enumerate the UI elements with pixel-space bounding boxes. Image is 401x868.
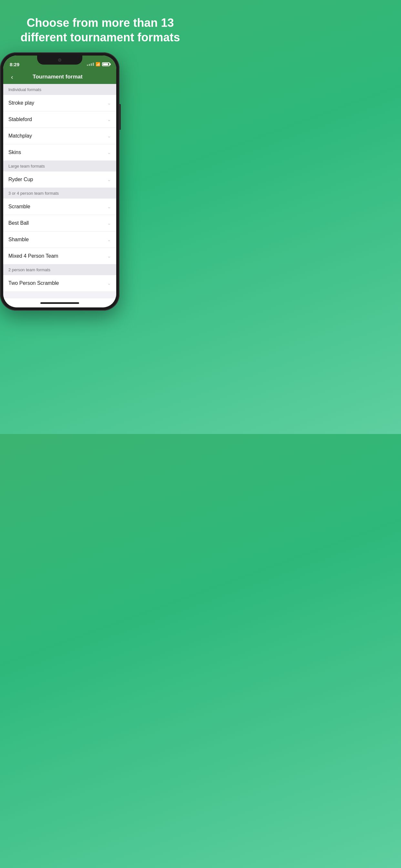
signal-icon	[87, 63, 94, 66]
section-header-large-team: Large team formats	[3, 160, 116, 172]
list-item-stableford[interactable]: Stableford ⌄	[3, 112, 116, 128]
nav-title: Tournament format	[16, 73, 99, 80]
home-indicator	[3, 299, 116, 307]
list-item-label-stableford: Stableford	[8, 117, 32, 122]
chevron-down-icon: ⌄	[107, 150, 111, 155]
chevron-down-icon: ⌄	[107, 237, 111, 242]
list-item-mixed-4-person[interactable]: Mixed 4 Person Team ⌄	[3, 248, 116, 264]
list-item-label-best-ball: Best Ball	[8, 220, 29, 226]
list-item-best-ball[interactable]: Best Ball ⌄	[3, 215, 116, 231]
section-label-individual: Individual formats	[8, 87, 41, 92]
status-icons: 📶	[87, 62, 110, 66]
page-title: Choose from more than 13 different tourn…	[10, 16, 191, 44]
chevron-down-icon: ⌄	[107, 253, 111, 259]
list-group-2-person: Two Person Scramble ⌄	[3, 275, 116, 291]
list-group-3or4-person: Scramble ⌄ Best Ball ⌄ Shamble ⌄ Mixed 4…	[3, 198, 116, 264]
page-wrapper: Choose from more than 13 different tourn…	[0, 0, 201, 311]
battery-fill	[103, 63, 108, 65]
chevron-down-icon: ⌄	[107, 221, 111, 226]
chevron-down-icon: ⌄	[107, 117, 111, 122]
home-bar	[40, 302, 79, 304]
section-label-2-person: 2 person team formats	[8, 268, 50, 272]
wifi-icon: 📶	[96, 62, 100, 66]
list-item-two-person-scramble[interactable]: Two Person Scramble ⌄	[3, 275, 116, 291]
section-header-individual: Individual formats	[3, 84, 116, 95]
page-header: Choose from more than 13 different tourn…	[0, 0, 201, 52]
phone-screen: 8:29 📶 ‹ Tournament form	[3, 56, 116, 307]
list-item-label-two-person-scramble: Two Person Scramble	[8, 280, 59, 286]
chevron-down-icon: ⌄	[107, 177, 111, 182]
chevron-down-icon: ⌄	[107, 133, 111, 138]
list-item-label-stroke-play: Stroke play	[8, 100, 34, 106]
chevron-down-icon: ⌄	[107, 100, 111, 105]
list-item-stroke-play[interactable]: Stroke play ⌄	[3, 95, 116, 112]
power-button	[120, 104, 121, 130]
section-label-large-team: Large team formats	[8, 164, 45, 168]
chevron-down-icon: ⌄	[107, 204, 111, 209]
back-button[interactable]: ‹	[8, 72, 16, 82]
status-time: 8:29	[10, 62, 19, 67]
list-item-label-scramble: Scramble	[8, 204, 30, 210]
list-item-ryder-cup[interactable]: Ryder Cup ⌄	[3, 172, 116, 188]
notch-camera	[58, 58, 61, 62]
battery-icon	[102, 62, 110, 66]
list-item-label-mixed-4-person: Mixed 4 Person Team	[8, 253, 58, 259]
section-header-2-person: 2 person team formats	[3, 264, 116, 275]
list-item-matchplay[interactable]: Matchplay ⌄	[3, 128, 116, 144]
list-group-large-team: Ryder Cup ⌄	[3, 172, 116, 188]
section-label-3or4-person: 3 or 4 person team formats	[8, 191, 59, 196]
list-item-scramble[interactable]: Scramble ⌄	[3, 198, 116, 215]
chevron-down-icon: ⌄	[107, 281, 111, 286]
phone-notch	[37, 56, 82, 65]
phone-side-right	[120, 104, 121, 130]
content-scroll[interactable]: Individual formats Stroke play ⌄ Stablef…	[3, 84, 116, 299]
section-header-3or4-person: 3 or 4 person team formats	[3, 188, 116, 198]
list-item-label-ryder-cup: Ryder Cup	[8, 177, 33, 182]
app-nav-bar: ‹ Tournament format	[3, 70, 116, 84]
list-item-label-skins: Skins	[8, 150, 21, 155]
list-item-skins[interactable]: Skins ⌄	[3, 144, 116, 160]
phone-mockup: 8:29 📶 ‹ Tournament form	[0, 52, 120, 311]
list-item-label-matchplay: Matchplay	[8, 133, 32, 139]
list-item-label-shamble: Shamble	[8, 237, 29, 243]
list-item-shamble[interactable]: Shamble ⌄	[3, 231, 116, 248]
list-group-individual: Stroke play ⌄ Stableford ⌄ Matchplay ⌄ S…	[3, 95, 116, 160]
